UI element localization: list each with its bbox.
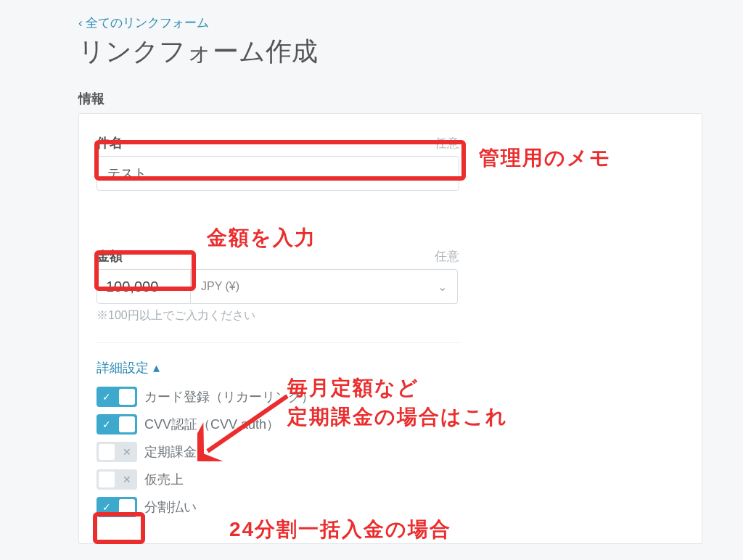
switch-cvv-auth[interactable]: ✓ xyxy=(97,414,137,435)
switch-installment[interactable]: ✓ xyxy=(97,497,137,517)
chevron-down-icon: ⌄ xyxy=(438,280,447,294)
toggle-provisional-sales: ✕ 仮売上 xyxy=(97,469,684,490)
switch-knob xyxy=(119,389,135,405)
switch-knob xyxy=(99,472,115,487)
amount-helper-text: ※100円以上でご入力ください xyxy=(97,308,684,324)
toggle-cvv-auth: ✓ CVV認証（CVV auth） xyxy=(97,414,684,435)
currency-select[interactable]: JPY (¥) ⌄ xyxy=(191,269,458,304)
page-title: リンクフォーム作成 xyxy=(78,34,743,70)
switch-subscription[interactable]: ✕ xyxy=(97,442,137,462)
toggle-label-provisional-sales: 仮売上 xyxy=(144,471,184,488)
subject-input[interactable] xyxy=(97,156,459,191)
form-card: 件名 任意 金額 任意 JPY (¥) ⌄ ※100円以上でご入力ください 詳細… xyxy=(78,113,702,544)
switch-card-registration[interactable]: ✓ xyxy=(97,387,137,407)
advanced-settings-label: 詳細設定 xyxy=(97,359,149,376)
x-icon: ✕ xyxy=(123,446,131,458)
toggle-installment: ✓ 分割払い xyxy=(97,497,684,517)
toggle-label-subscription: 定期課金 xyxy=(144,443,197,461)
switch-provisional-sales[interactable]: ✕ xyxy=(97,469,137,490)
amount-input[interactable] xyxy=(97,269,191,304)
check-icon: ✓ xyxy=(102,501,111,513)
toggle-label-installment: 分割払い xyxy=(144,498,197,516)
subject-label: 件名 xyxy=(97,134,123,152)
advanced-settings-toggle[interactable]: 詳細設定 ▴ xyxy=(97,359,160,376)
switch-knob xyxy=(119,416,135,432)
toggle-subscription: ✕ 定期課金 xyxy=(97,442,684,462)
x-icon: ✕ xyxy=(123,474,131,485)
breadcrumb-back-link[interactable]: ‹ 全てのリンクフォーム xyxy=(78,15,743,31)
switch-knob xyxy=(119,499,135,515)
toggle-label-card-registration: カード登録（リカーリング） xyxy=(144,388,314,405)
section-title-info: 情報 xyxy=(78,90,743,107)
subject-optional-tag: 任意 xyxy=(435,135,459,152)
amount-optional-tag: 任意 xyxy=(435,248,459,265)
caret-up-icon: ▴ xyxy=(153,360,160,376)
check-icon: ✓ xyxy=(102,391,111,403)
amount-label: 金額 xyxy=(97,247,123,265)
toggle-card-registration: ✓ カード登録（リカーリング） xyxy=(97,387,684,407)
divider xyxy=(97,342,461,343)
check-icon: ✓ xyxy=(102,419,111,430)
toggle-label-cvv-auth: CVV認証（CVV auth） xyxy=(144,416,279,433)
currency-display: JPY (¥) xyxy=(201,280,239,293)
switch-knob xyxy=(99,444,115,460)
